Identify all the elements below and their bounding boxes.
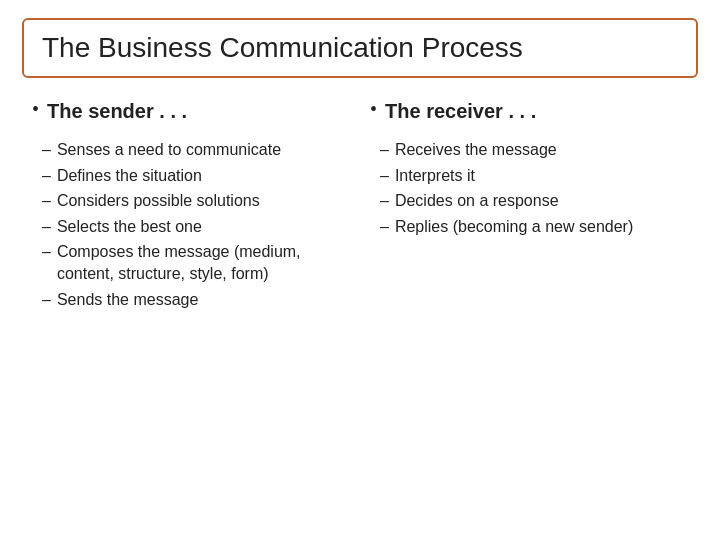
receiver-item-3: Replies (becoming a new sender) [395, 216, 688, 238]
sender-item-0: Senses a need to communicate [57, 139, 350, 161]
dash-icon: – [42, 165, 51, 187]
slide-title: The Business Communication Process [42, 32, 523, 63]
sender-header: The sender . . . [47, 100, 187, 123]
dash-icon: – [380, 216, 389, 238]
dash-icon: – [42, 216, 51, 238]
list-item: – Senses a need to communicate [42, 139, 350, 161]
sender-header-item: • The sender . . . [32, 100, 350, 137]
sender-bullet: • [32, 98, 39, 121]
list-item: – Defines the situation [42, 165, 350, 187]
list-item: – Selects the best one [42, 216, 350, 238]
receiver-item-0: Receives the message [395, 139, 688, 161]
list-item: – Receives the message [380, 139, 688, 161]
sender-item-3: Selects the best one [57, 216, 350, 238]
content-area: • The sender . . . – Senses a need to co… [22, 100, 698, 522]
sender-list: – Senses a need to communicate – Defines… [42, 139, 350, 310]
list-item: – Composes the message (medium, content,… [42, 241, 350, 284]
dash-icon: – [380, 139, 389, 161]
slide: The Business Communication Process • The… [0, 0, 720, 540]
receiver-bullet: • [370, 98, 377, 121]
list-item: – Sends the message [42, 289, 350, 311]
receiver-item-1: Interprets it [395, 165, 688, 187]
receiver-header: The receiver . . . [385, 100, 536, 123]
dash-icon: – [42, 139, 51, 161]
dash-icon: – [42, 241, 51, 263]
list-item: – Interprets it [380, 165, 688, 187]
dash-icon: – [380, 165, 389, 187]
list-item: – Replies (becoming a new sender) [380, 216, 688, 238]
list-item: – Decides on a response [380, 190, 688, 212]
sender-item-1: Defines the situation [57, 165, 350, 187]
receiver-header-item: • The receiver . . . [370, 100, 688, 137]
sender-column: • The sender . . . – Senses a need to co… [22, 100, 360, 522]
dash-icon: – [42, 190, 51, 212]
list-item: – Considers possible solutions [42, 190, 350, 212]
dash-icon: – [380, 190, 389, 212]
sender-item-4: Composes the message (medium, content, s… [57, 241, 350, 284]
receiver-item-2: Decides on a response [395, 190, 688, 212]
dash-icon: – [42, 289, 51, 311]
receiver-list: – Receives the message – Interprets it –… [380, 139, 688, 237]
sender-item-5: Sends the message [57, 289, 350, 311]
sender-item-2: Considers possible solutions [57, 190, 350, 212]
title-box: The Business Communication Process [22, 18, 698, 78]
receiver-column: • The receiver . . . – Receives the mess… [360, 100, 698, 522]
